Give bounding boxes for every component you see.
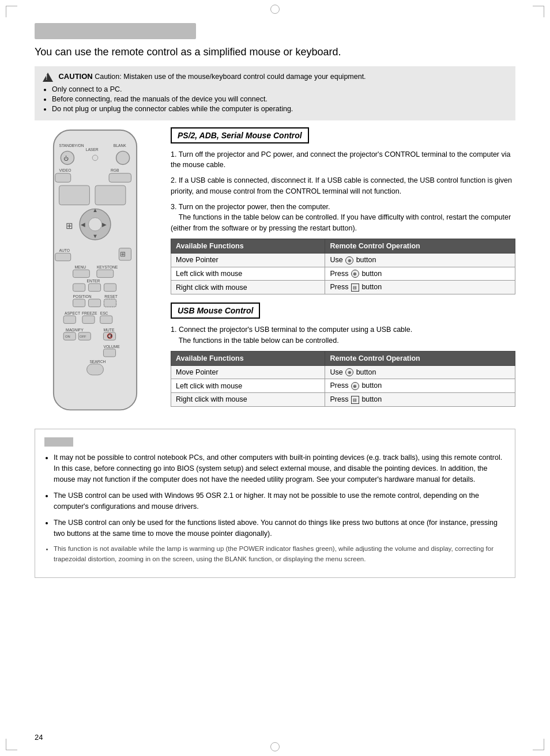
section2: USB Mouse Control 1. Connect the project… — [171, 303, 515, 407]
svg-rect-22 — [55, 253, 71, 260]
s2-row1-func: Move Pointer — [171, 365, 325, 379]
svg-text:OFF: OFF — [80, 335, 86, 338]
left-click-icon-2: ⊕ — [351, 382, 359, 390]
svg-rect-36 — [104, 299, 116, 307]
svg-rect-39 — [63, 316, 76, 323]
svg-text:VOLUME: VOLUME — [103, 344, 120, 348]
two-col-layout: STANDBY/ON ⏻ BLANK LASER VIDEO RGB — [35, 127, 515, 417]
section1-table: Available Functions Remote Control Opera… — [171, 239, 515, 294]
svg-rect-32 — [104, 284, 116, 291]
svg-text:MAGNIFY: MAGNIFY — [66, 328, 84, 332]
svg-text:▲: ▲ — [92, 207, 98, 213]
svg-text:ENTER: ENTER — [87, 279, 100, 283]
svg-rect-11 — [109, 173, 131, 182]
svg-text:▶: ▶ — [103, 221, 107, 228]
header-bar — [35, 23, 196, 39]
note-box: It may not be possible to control notebo… — [35, 429, 515, 578]
svg-text:STANDBY/ON: STANDBY/ON — [59, 143, 84, 147]
caution-text: Caution: Mistaken use of the mouse/keybo… — [95, 73, 366, 81]
caution-bullet-3: Do not plug or unplug the connector cabl… — [52, 105, 507, 113]
right-click-icon-2: ⊟ — [351, 396, 359, 404]
svg-rect-53 — [103, 349, 115, 356]
svg-text:POSITION: POSITION — [73, 294, 92, 298]
section1: PS/2, ADB, Serial Mouse Control 1. Turn … — [171, 127, 515, 294]
note-1: It may not be possible to control notebo… — [54, 452, 506, 486]
svg-rect-34 — [73, 299, 85, 307]
caution-bullet-1: Only connect to a PC. — [52, 85, 507, 93]
left-click-icon: ⊕ — [351, 270, 359, 278]
page: You can use the remote control as a simp… — [0, 0, 550, 756]
joystick-icon: ⊕ — [345, 256, 353, 264]
svg-point-5 — [116, 151, 130, 164]
top-circle-mark — [270, 5, 280, 14]
svg-text:⏻: ⏻ — [63, 155, 69, 161]
svg-rect-12 — [59, 186, 90, 205]
svg-rect-55 — [87, 364, 104, 375]
section1-heading: PS/2, ADB, Serial Mouse Control — [171, 127, 309, 143]
section1-col2-header: Remote Control Operation — [325, 239, 515, 253]
svg-text:ON: ON — [65, 335, 70, 338]
table-row: Right click with mouse Press ⊟ button — [171, 392, 515, 406]
note-box-header-bar — [44, 437, 73, 447]
svg-text:VIDEO: VIDEO — [59, 168, 71, 172]
corner-mark-tr — [533, 6, 544, 17]
table-row: Right click with mouse Press ⊟ button — [171, 281, 515, 294]
note-3: The USB control can only be used for the… — [54, 517, 506, 540]
svg-text:SEARCH: SEARCH — [89, 359, 106, 363]
caution-bullets: Only connect to a PC. Before connecting,… — [43, 85, 507, 113]
svg-text:⊞: ⊞ — [66, 221, 73, 230]
s2-row3-op: Press ⊟ button — [325, 392, 515, 406]
svg-rect-37 — [88, 299, 100, 307]
table-row: Left click with mouse Press ⊕ button — [171, 267, 515, 281]
s2-row3-func: Right click with mouse — [171, 392, 325, 406]
corner-mark-br — [533, 739, 544, 750]
s1-row1-func: Move Pointer — [171, 253, 325, 267]
page-number: 24 — [35, 733, 43, 742]
s2-row2-func: Left click with mouse — [171, 379, 325, 393]
svg-text:🔇: 🔇 — [107, 332, 113, 339]
svg-text:FREEZE: FREEZE — [82, 311, 97, 315]
svg-text:LASER: LASER — [86, 148, 99, 152]
main-heading: You can use the remote control as a simp… — [35, 46, 515, 58]
table-row: Move Pointer Use ⊕ button — [171, 253, 515, 267]
section1-col1-header: Available Functions — [171, 239, 325, 253]
bottom-circle-mark — [270, 742, 280, 751]
svg-text:KEYSTONE: KEYSTONE — [97, 265, 118, 269]
svg-text:MUTE: MUTE — [103, 328, 115, 332]
s2-row1-op: Use ⊕ button — [325, 365, 515, 379]
right-click-icon: ⊟ — [351, 284, 359, 292]
svg-rect-13 — [95, 186, 126, 205]
section1-instr-1: 1. Turn off the projector and PC power, … — [171, 149, 515, 171]
section1-instr-2: 2. If a USB cable is connected, disconne… — [171, 175, 515, 197]
caution-box: CAUTION Caution: Mistaken use of the mou… — [35, 66, 515, 120]
svg-text:RGB: RGB — [111, 168, 119, 172]
section2-col2-header: Remote Control Operation — [325, 351, 515, 365]
content-col: PS/2, ADB, Serial Mouse Control 1. Turn … — [171, 127, 515, 417]
svg-text:ASPECT: ASPECT — [65, 311, 80, 315]
section1-instr-3: 3. Turn on the projector power, then the… — [171, 202, 515, 234]
s1-row3-op: Press ⊟ button — [325, 281, 515, 294]
section2-col1-header: Available Functions — [171, 351, 325, 365]
note-2: The USB control can be used with Windows… — [54, 490, 506, 513]
notes-list: It may not be possible to control notebo… — [44, 452, 506, 565]
s1-row3-func: Right click with mouse — [171, 281, 325, 294]
joystick-icon-2: ⊕ — [345, 368, 353, 376]
caution-bullet-2: Before connecting, read the manuals of t… — [52, 95, 507, 103]
caution-title: CAUTION — [58, 72, 92, 81]
s1-row2-op: Press ⊕ button — [325, 267, 515, 281]
s1-row2-func: Left click with mouse — [171, 267, 325, 281]
s2-row2-op: Press ⊕ button — [325, 379, 515, 393]
svg-point-7 — [92, 155, 98, 161]
s1-row1-op: Use ⊕ button — [325, 253, 515, 267]
section2-instr-1: 1. Connect the projector's USB terminal … — [171, 324, 515, 346]
caution-triangle-icon — [43, 73, 53, 82]
remote-control-svg: STANDBY/ON ⏻ BLANK LASER VIDEO RGB — [35, 127, 156, 415]
section2-heading: USB Mouse Control — [171, 303, 260, 319]
svg-rect-43 — [100, 316, 112, 323]
svg-rect-28 — [97, 270, 114, 277]
svg-text:ESC: ESC — [100, 311, 108, 315]
remote-control-image: STANDBY/ON ⏻ BLANK LASER VIDEO RGB — [35, 127, 161, 417]
svg-text:RESET: RESET — [104, 294, 117, 298]
svg-rect-9 — [55, 173, 71, 182]
svg-text:MENU: MENU — [74, 265, 86, 269]
